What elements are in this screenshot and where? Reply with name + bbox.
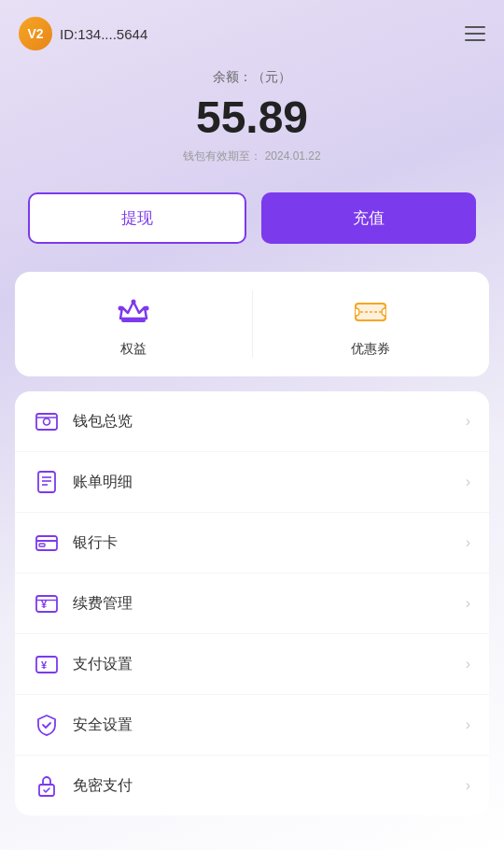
security-arrow: › — [466, 716, 470, 733]
coupons-label: 优惠券 — [351, 341, 390, 358]
coupons-card[interactable]: 优惠券 — [253, 290, 490, 358]
wallet-overview-arrow: › — [466, 413, 470, 430]
bill-detail-arrow: › — [466, 474, 470, 490]
menu-item-bill-detail-label: 账单明细 — [73, 473, 466, 492]
password-free-arrow: › — [466, 777, 470, 794]
menu-item-security-label: 安全设置 — [73, 715, 466, 735]
svg-rect-9 — [36, 414, 57, 430]
wallet-overview-icon — [34, 408, 60, 434]
menu-item-security[interactable]: 安全设置 › — [15, 695, 489, 756]
menu-item-password-free-label: 免密支付 — [73, 776, 466, 796]
menu-item-payment-settings[interactable]: ¥ 支付设置 › — [15, 634, 489, 695]
payment-settings-icon: ¥ — [34, 651, 60, 677]
balance-section: 余额：（元） 55.89 钱包有效期至： 2024.01.22 — [0, 60, 504, 192]
svg-text:¥: ¥ — [41, 659, 48, 671]
bank-card-icon — [34, 530, 60, 556]
benefits-label: 权益 — [120, 341, 147, 358]
svg-rect-12 — [38, 472, 55, 492]
renewal-icon: ¥ — [34, 590, 60, 616]
svg-point-2 — [118, 306, 122, 311]
benefits-card[interactable]: 权益 — [15, 290, 253, 358]
header: V2 ID:134....5644 — [0, 0, 504, 60]
bill-detail-icon — [34, 469, 60, 495]
menu-button[interactable] — [465, 26, 485, 41]
svg-point-3 — [144, 306, 148, 311]
menu-item-bank-card[interactable]: 银行卡 › — [15, 513, 489, 574]
balance-amount: 55.89 — [19, 92, 485, 143]
menu-item-bank-card-label: 银行卡 — [73, 533, 466, 553]
benefits-icon — [113, 290, 154, 332]
svg-point-1 — [131, 300, 135, 305]
password-free-icon — [34, 772, 60, 799]
balance-label: 余额：（元） — [19, 69, 485, 86]
coupons-icon — [350, 290, 391, 332]
svg-rect-18 — [39, 544, 45, 546]
svg-rect-0 — [121, 319, 146, 322]
renewal-arrow: › — [466, 595, 470, 612]
cards-section: 权益 优惠券 — [15, 272, 489, 376]
svg-point-10 — [44, 418, 50, 425]
menu-item-password-free[interactable]: 免密支付 › — [15, 756, 489, 815]
header-left: V2 ID:134....5644 — [19, 17, 147, 50]
payment-settings-arrow: › — [466, 656, 470, 673]
wallet-expiry: 钱包有效期至： 2024.01.22 — [19, 149, 485, 164]
menu-list: 钱包总览 › 账单明细 › 银行卡 › — [15, 391, 489, 815]
menu-item-renewal[interactable]: ¥ 续费管理 › — [15, 574, 489, 634]
bank-card-arrow: › — [466, 534, 470, 551]
menu-item-bill-detail[interactable]: 账单明细 › — [15, 452, 489, 513]
menu-item-payment-settings-label: 支付设置 — [73, 655, 466, 674]
withdraw-button[interactable]: 提现 — [28, 192, 246, 244]
menu-item-wallet-overview[interactable]: 钱包总览 › — [15, 391, 489, 452]
security-icon — [34, 712, 60, 738]
menu-item-renewal-label: 续费管理 — [73, 594, 466, 614]
logo-icon: V2 — [19, 17, 52, 50]
action-buttons: 提现 充值 — [0, 192, 504, 262]
recharge-button[interactable]: 充值 — [261, 192, 476, 244]
menu-item-wallet-overview-label: 钱包总览 — [73, 412, 466, 432]
user-id: ID:134....5644 — [60, 26, 147, 42]
